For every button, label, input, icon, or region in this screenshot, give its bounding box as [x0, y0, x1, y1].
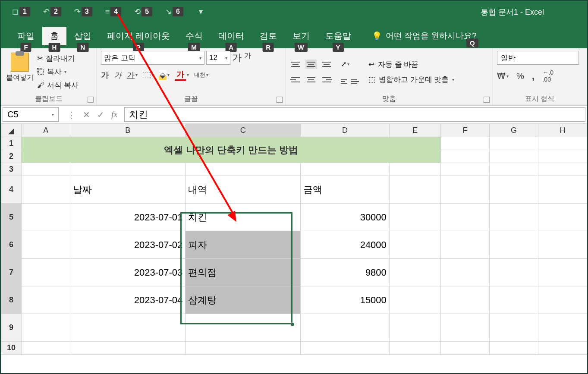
cell[interactable] [389, 204, 440, 231]
underline-button[interactable]: 가▾ [127, 70, 138, 80]
cell[interactable] [538, 204, 587, 231]
cell-b8[interactable]: 2023-07-04 [70, 286, 186, 314]
col-header-f[interactable]: F [440, 124, 489, 137]
cell[interactable] [22, 231, 70, 259]
bold-button[interactable]: 가 [101, 70, 109, 80]
col-header-a[interactable]: A [22, 124, 70, 137]
formula-bar[interactable]: 치킨 [124, 107, 585, 122]
cell[interactable] [70, 314, 186, 342]
row-header-5[interactable]: 5 [1, 204, 22, 231]
cell[interactable] [489, 137, 538, 150]
cell[interactable] [538, 150, 587, 163]
row-header-3[interactable]: 3 [1, 163, 22, 176]
cell[interactable] [538, 286, 587, 314]
tab-home[interactable]: 홈H [42, 27, 66, 45]
col-header-c[interactable]: C [186, 124, 301, 137]
cell[interactable] [489, 342, 538, 355]
comma-button[interactable]: , [532, 70, 535, 82]
cell[interactable] [70, 342, 186, 355]
cell[interactable] [389, 314, 440, 342]
cell-d8[interactable]: 15000 [301, 286, 389, 314]
cell-d6[interactable]: 24000 [301, 231, 389, 259]
row-header-8[interactable]: 8 [1, 286, 22, 314]
align-bottom-button[interactable] [321, 60, 332, 69]
row-header-2[interactable]: 2 [1, 150, 22, 163]
align-center-button[interactable] [305, 75, 317, 85]
cell[interactable] [440, 314, 489, 342]
row-header-6[interactable]: 6 [1, 231, 22, 259]
cell[interactable] [538, 342, 587, 355]
percent-button[interactable]: % [516, 71, 524, 81]
decrease-indent-button[interactable] [341, 74, 347, 84]
col-header-g[interactable]: G [489, 124, 538, 137]
col-header-e[interactable]: E [389, 124, 440, 137]
cell-d5[interactable]: 30000 [301, 204, 389, 231]
qat-item-2[interactable]: ↶2 [43, 7, 61, 16]
col-header-h[interactable]: H [538, 124, 587, 137]
name-box[interactable]: C5▾ [3, 107, 59, 122]
cell[interactable] [22, 176, 70, 204]
fill-color-button[interactable]: ⬙▾ [159, 70, 170, 80]
cell-c4[interactable]: 내역 [186, 176, 301, 204]
cell[interactable] [186, 342, 301, 355]
orientation-button[interactable]: ⤢▾ [341, 60, 359, 68]
formula-dots-icon[interactable]: ⋮ [67, 110, 76, 120]
increase-indent-button[interactable] [351, 74, 359, 84]
align-middle-button[interactable] [305, 60, 317, 69]
tab-insert[interactable]: 삽입N [66, 27, 99, 45]
cell[interactable] [186, 314, 301, 342]
qat-item-1[interactable]: ◻1 [12, 7, 30, 16]
cell[interactable] [440, 204, 489, 231]
grow-font-button[interactable]: 가 [232, 51, 242, 64]
align-top-button[interactable] [290, 60, 301, 69]
cancel-formula-button[interactable]: ✕ [83, 110, 90, 120]
cell[interactable] [489, 259, 538, 286]
cell[interactable] [489, 314, 538, 342]
tab-help[interactable]: 도움말Y [318, 27, 359, 45]
cell[interactable] [440, 176, 489, 204]
phonetic-button[interactable]: 내천▾ [194, 71, 208, 79]
font-dialog-launcher[interactable] [277, 97, 283, 103]
tab-view[interactable]: 보기W [285, 27, 318, 45]
wrap-text-button[interactable]: ↩자동 줄 바꿈 [368, 60, 454, 69]
cell[interactable] [22, 163, 70, 176]
cell[interactable] [538, 259, 587, 286]
cell[interactable] [22, 259, 70, 286]
cell[interactable] [440, 163, 489, 176]
cell[interactable] [389, 231, 440, 259]
cell[interactable] [538, 314, 587, 342]
tab-review[interactable]: 검토R [252, 27, 285, 45]
cell[interactable] [22, 286, 70, 314]
cell[interactable] [301, 314, 389, 342]
cell[interactable] [389, 259, 440, 286]
row-header-1[interactable]: 1 [1, 137, 22, 150]
align-left-button[interactable] [290, 75, 301, 85]
cell[interactable] [70, 163, 186, 176]
col-header-d[interactable]: D [301, 124, 389, 137]
row-header-4[interactable]: 4 [1, 176, 22, 204]
cell[interactable] [489, 163, 538, 176]
qat-item-3[interactable]: ↷3 [74, 7, 92, 16]
clipboard-dialog-launcher[interactable] [88, 97, 94, 103]
cell[interactable] [389, 163, 440, 176]
cell[interactable] [301, 163, 389, 176]
cell[interactable] [538, 163, 587, 176]
spreadsheet-grid[interactable]: ◢ A B C D E F G H 1 엑셀 나만의 단축키 만드는 방법 2 … [1, 124, 587, 374]
tell-me-search[interactable]: 💡 어떤 작업을 원하시나요? Q [372, 30, 477, 41]
cell[interactable] [489, 150, 538, 163]
number-format-select[interactable]: 일반 [497, 51, 579, 65]
cell[interactable] [389, 286, 440, 314]
cut-button[interactable]: ✂잘라내기 [37, 53, 79, 63]
row-header-9[interactable]: 9 [1, 314, 22, 342]
cell-b7[interactable]: 2023-07-03 [70, 259, 186, 286]
merge-center-button[interactable]: ⬚병합하고 가운데 맞춤▾ [368, 75, 454, 85]
qat-item-4[interactable]: ≡4 [105, 7, 121, 16]
cell-c7[interactable]: 편의점 [186, 259, 301, 286]
cell-d4[interactable]: 금액 [301, 176, 389, 204]
cell[interactable] [22, 342, 70, 355]
font-size-select[interactable]: 12▾ [206, 51, 230, 65]
italic-button[interactable]: 가 [114, 70, 122, 80]
cell[interactable] [489, 176, 538, 204]
tab-layout[interactable]: 페이지 레이아웃P [99, 27, 178, 45]
cell[interactable] [440, 231, 489, 259]
